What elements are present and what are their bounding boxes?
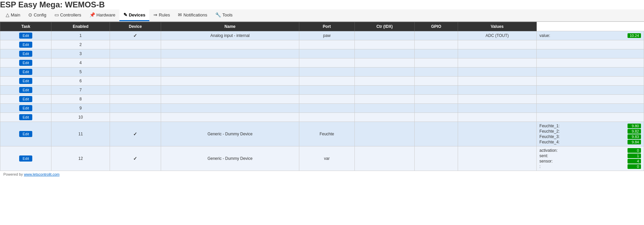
values-cell [537, 86, 644, 95]
edit-button-1[interactable]: Edit [19, 33, 32, 39]
enabled-cell: ✓ [110, 122, 161, 146]
value-row: Feuchte_1:9.80 [539, 123, 641, 129]
ctr-cell [415, 49, 458, 58]
header-ctr--idx-: Ctr (IDX) [354, 22, 415, 31]
edit-button-4[interactable]: Edit [19, 60, 32, 66]
port-cell [354, 40, 415, 49]
edit-button-7[interactable]: Edit [19, 87, 32, 93]
value-row: Feuchte_4:9.84 [539, 139, 641, 145]
port-cell [354, 31, 415, 40]
edit-cell: Edit [0, 95, 51, 104]
edit-button-3[interactable]: Edit [19, 51, 32, 57]
ctr-cell [415, 95, 458, 104]
task-number: 4 [51, 58, 110, 68]
port-cell [354, 122, 415, 146]
port-cell [354, 146, 415, 171]
edit-button-2[interactable]: Edit [19, 42, 32, 48]
table-body: Edit1✓Analog input - internalpawADC (TOU… [0, 31, 644, 171]
name-cell [299, 104, 354, 113]
value-badge: 10.24 [628, 33, 641, 38]
ctr-cell [415, 122, 458, 146]
edit-cell: Edit [0, 146, 51, 171]
device-cell [161, 68, 299, 77]
header-name: Name [161, 22, 299, 31]
header-enabled: Enabled [51, 22, 110, 31]
edit-cell: Edit [0, 68, 51, 77]
name-cell: paw [299, 31, 354, 40]
table-row: Edit6 [0, 77, 644, 86]
edit-button-10[interactable]: Edit [19, 114, 32, 120]
nav-label-rules: Rules [159, 12, 170, 17]
header-row: TaskEnabledDeviceNamePortCtr (IDX)GPIOVa… [0, 22, 644, 31]
task-number: 12 [51, 146, 110, 171]
values-cell [537, 104, 644, 113]
edit-button-6[interactable]: Edit [19, 78, 32, 84]
value-badge: 9.80 [628, 124, 641, 128]
footer-link[interactable]: www.letscontrolit.com [24, 172, 60, 176]
footer: Powered by www.letscontrolit.com [0, 171, 644, 178]
nav-item-tools[interactable]: 🔧Tools [211, 9, 236, 21]
value-badge: 9.82 [628, 129, 641, 134]
edit-button-9[interactable]: Edit [19, 105, 32, 111]
name-cell [299, 58, 354, 68]
edit-button-12[interactable]: Edit [19, 155, 32, 162]
task-number: 10 [51, 113, 110, 122]
edit-button-11[interactable]: Edit [19, 131, 32, 137]
edit-cell: Edit [0, 86, 51, 95]
nav-item-hardware[interactable]: 📌Hardware [85, 9, 119, 21]
values-cell [537, 95, 644, 104]
edit-button-8[interactable]: Edit [19, 96, 32, 102]
task-number: 2 [51, 40, 110, 49]
ctr-cell [415, 68, 458, 77]
header-device: Device [110, 22, 161, 31]
ctr-cell [415, 40, 458, 49]
table-header: TaskEnabledDeviceNamePortCtr (IDX)GPIOVa… [0, 22, 644, 31]
enabled-cell [110, 58, 161, 68]
device-cell [161, 113, 299, 122]
nav-item-notifications[interactable]: ✉Notifications [174, 9, 211, 21]
gpio-cell [458, 49, 537, 58]
gpio-cell [458, 77, 537, 86]
enabled-cell [110, 68, 161, 77]
value-label: Feuchte_3: [539, 134, 560, 139]
port-cell [354, 77, 415, 86]
ctr-cell [415, 58, 458, 68]
name-cell: Feuchte [299, 122, 354, 146]
name-cell [299, 40, 354, 49]
gpio-cell [458, 58, 537, 68]
task-number: 8 [51, 95, 110, 104]
gpio-cell [458, 68, 537, 77]
nav-item-main[interactable]: △Main [2, 9, 24, 21]
device-cell [161, 77, 299, 86]
edit-cell: Edit [0, 40, 51, 49]
gpio-cell [458, 40, 537, 49]
port-cell [354, 49, 415, 58]
ctr-cell [415, 86, 458, 95]
value-label: value: [539, 33, 550, 38]
task-number: 3 [51, 49, 110, 58]
name-cell [299, 95, 354, 104]
table-row: Edit1✓Analog input - internalpawADC (TOU… [0, 31, 644, 40]
rules-nav-icon: ⇒ [153, 12, 157, 17]
edit-button-5[interactable]: Edit [19, 69, 32, 75]
name-cell [299, 49, 354, 58]
enabled-cell: ✓ [110, 146, 161, 171]
table-row: Edit2 [0, 40, 644, 49]
nav-item-devices[interactable]: ✎Devices [119, 9, 149, 21]
values-cell: activation:0sent:1sensor:4:0 [537, 146, 644, 171]
nav-item-rules[interactable]: ⇒Rules [149, 9, 174, 21]
edit-cell: Edit [0, 122, 51, 146]
value-row: sensor:4 [539, 159, 641, 164]
nav-item-controllers[interactable]: ▭Controllers [50, 9, 85, 21]
values-cell [537, 49, 644, 58]
device-cell: Generic - Dummy Device [161, 122, 299, 146]
table-row: Edit10 [0, 113, 644, 122]
nav-label-notifications: Notifications [183, 12, 207, 17]
nav-item-config[interactable]: ⊙Config [24, 9, 50, 21]
value-label: sensor: [539, 159, 553, 164]
device-cell: Analog input - internal [161, 31, 299, 40]
nav-label-controllers: Controllers [60, 12, 81, 17]
nav-label-devices: Devices [129, 12, 145, 17]
devices-table: TaskEnabledDeviceNamePortCtr (IDX)GPIOVa… [0, 22, 644, 171]
table-container: TaskEnabledDeviceNamePortCtr (IDX)GPIOVa… [0, 22, 644, 171]
